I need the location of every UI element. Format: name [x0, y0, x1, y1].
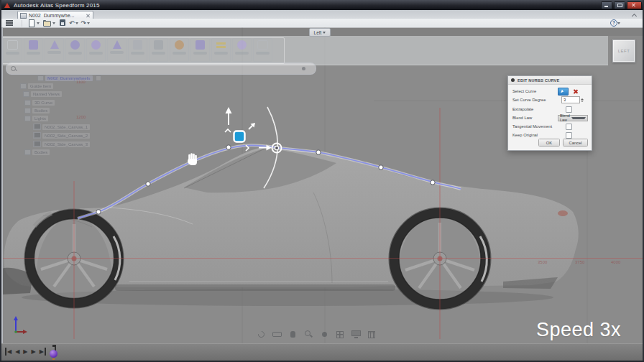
- redo-icon[interactable]: ↷: [81, 19, 87, 27]
- close-tab-icon[interactable]: [86, 13, 91, 18]
- minimize-button[interactable]: [601, 1, 612, 9]
- ok-button[interactable]: OK: [538, 139, 560, 147]
- keyboard-icon[interactable]: [272, 330, 282, 339]
- ribbon-tool-canvas-image[interactable]: [149, 38, 168, 62]
- playback-controls: ◀◀▶▶▶: [5, 348, 46, 356]
- selected-control-point[interactable]: [234, 131, 245, 142]
- maximize-button[interactable]: [614, 1, 625, 9]
- search-icon: [11, 66, 17, 72]
- curve-control-point[interactable]: [316, 150, 321, 154]
- degree-spinner[interactable]: [581, 98, 584, 102]
- curve-control-point[interactable]: [96, 210, 101, 214]
- window-border: [1, 27, 3, 343]
- tangential-movement-checkbox[interactable]: [566, 124, 572, 130]
- up-arrow-icon[interactable]: [226, 107, 232, 113]
- tree-item-n002-side-canvas-1[interactable]: N002_Side_Canvas_1: [33, 124, 90, 130]
- curve-degree-input[interactable]: 3: [561, 96, 580, 103]
- canvas-icon: [33, 124, 41, 130]
- play-button[interactable]: ▶: [22, 348, 28, 356]
- dialog-header[interactable]: EDIT NURBS CURVE: [508, 76, 592, 85]
- dialog-menu-icon[interactable]: [511, 78, 515, 82]
- hand-cursor: [188, 154, 197, 166]
- new-file-icon[interactable]: [27, 19, 35, 27]
- ribbon-tool-box-primitive[interactable]: [24, 38, 43, 62]
- tree-item-label: Guide Item: [28, 83, 53, 89]
- ribbon-tool-frame-tool[interactable]: [253, 38, 272, 62]
- ribbon-tool-shell[interactable]: [170, 38, 189, 62]
- ribbon-tool-cone-primitive[interactable]: [107, 38, 126, 62]
- canvas-image-icon: [154, 40, 163, 50]
- tree-item-lights[interactable]: Lights: [24, 115, 48, 121]
- extrapolate-checkbox[interactable]: [566, 106, 572, 113]
- zoom-magnifier-icon[interactable]: [304, 330, 313, 339]
- view-selector-button[interactable]: Left: [309, 28, 331, 37]
- tree-item-n002-side-canvas-3[interactable]: N002_Side_Canvas_3: [33, 141, 90, 147]
- ribbon-tool-radial[interactable]: [232, 38, 252, 62]
- grid-icon[interactable]: [367, 330, 377, 339]
- help-dropdown-icon[interactable]: [617, 22, 620, 24]
- layers-icon: [196, 40, 205, 50]
- open-file-dropdown-icon[interactable]: [52, 22, 55, 24]
- redo-dropdown-icon[interactable]: [87, 22, 90, 24]
- keep-original-checkbox[interactable]: [566, 132, 572, 139]
- save-icon[interactable]: [59, 19, 67, 27]
- ribbon-tool-marquee-select[interactable]: [3, 38, 22, 62]
- close-button[interactable]: [627, 1, 642, 9]
- tree-item-guide-item[interactable]: Guide Item: [20, 83, 53, 89]
- curve-control-point[interactable]: [379, 165, 383, 170]
- ribbon-tool-freeform[interactable]: [86, 38, 106, 62]
- tree-item-bodies[interactable]: Bodies: [24, 107, 50, 113]
- pivot-dot[interactable]: [275, 146, 278, 149]
- ribbon-tool-layers[interactable]: [190, 38, 210, 62]
- grid-label: 3500: [538, 260, 548, 264]
- keep-original-label: Keep Original: [512, 133, 566, 137]
- blend-law-dropdown[interactable]: Blend Law: [558, 115, 588, 121]
- menu-icon[interactable]: [6, 20, 13, 26]
- ribbon-tool-sphere-primitive[interactable]: [65, 38, 85, 62]
- step-forward-button[interactable]: ▶: [30, 348, 36, 356]
- tree-item-bodies[interactable]: Bodies: [24, 149, 50, 155]
- tree-item-n002-dummywheels[interactable]: N002_Dummywheels: [37, 75, 101, 81]
- search-bar[interactable]: [6, 62, 316, 75]
- step-back-button[interactable]: ◀: [14, 348, 20, 356]
- timeline-marker[interactable]: [49, 346, 59, 359]
- help-icon[interactable]: ?: [610, 19, 617, 27]
- ribbon-tool-label-bar: [6, 52, 19, 55]
- undo-icon[interactable]: ↶: [69, 19, 75, 27]
- path-extrude-icon: [133, 40, 142, 50]
- new-file-dropdown-icon[interactable]: [37, 22, 40, 24]
- look-around-icon[interactable]: [320, 330, 329, 339]
- cancel-button[interactable]: Cancel: [563, 139, 588, 147]
- sphere-primitive-icon: [70, 40, 80, 50]
- ribbon-tool-path-extrude[interactable]: [128, 38, 147, 62]
- open-file-icon[interactable]: [43, 19, 51, 27]
- canvas-icon: [33, 141, 41, 147]
- ribbon-tool-label-bar: [47, 51, 61, 54]
- view-cube[interactable]: LEFT: [612, 40, 635, 62]
- curve-control-point[interactable]: [146, 182, 150, 186]
- title-bar[interactable]: Autodesk Alias Speedform 2015: [0, 0, 644, 10]
- orbit-icon[interactable]: [257, 330, 266, 339]
- tree-item-named-views[interactable]: Named Views: [23, 90, 62, 97]
- curve-control-point[interactable]: [226, 145, 231, 149]
- chevron-up-handle[interactable]: [225, 129, 231, 132]
- shell-icon: [175, 40, 184, 50]
- search-options-icon[interactable]: [302, 67, 305, 70]
- monitor-icon[interactable]: [351, 330, 361, 339]
- deselect-icon[interactable]: [573, 89, 578, 94]
- window-layout-icon[interactable]: [336, 330, 345, 339]
- skip-start-button[interactable]: ◀: [5, 348, 12, 356]
- undo-dropdown-icon[interactable]: [75, 22, 78, 24]
- ribbon-tool-convert[interactable]: [45, 38, 64, 62]
- tree-item-n002-side-canvas-2[interactable]: N002_Side_Canvas_2: [33, 132, 90, 139]
- keyframe-ball-icon[interactable]: [50, 350, 58, 358]
- search-input[interactable]: [19, 65, 302, 73]
- tree-item-3d-curve[interactable]: 3D Curve: [24, 99, 55, 106]
- skip-end-button[interactable]: ▶: [39, 348, 46, 356]
- chevron-up-icon[interactable]: [632, 12, 637, 17]
- select-curve-button[interactable]: [558, 88, 569, 96]
- grid-label: 4000: [611, 260, 621, 264]
- curve-control-point[interactable]: [431, 180, 435, 185]
- ribbon-tool-align[interactable]: [211, 38, 231, 62]
- pan-hand-icon[interactable]: [288, 330, 298, 339]
